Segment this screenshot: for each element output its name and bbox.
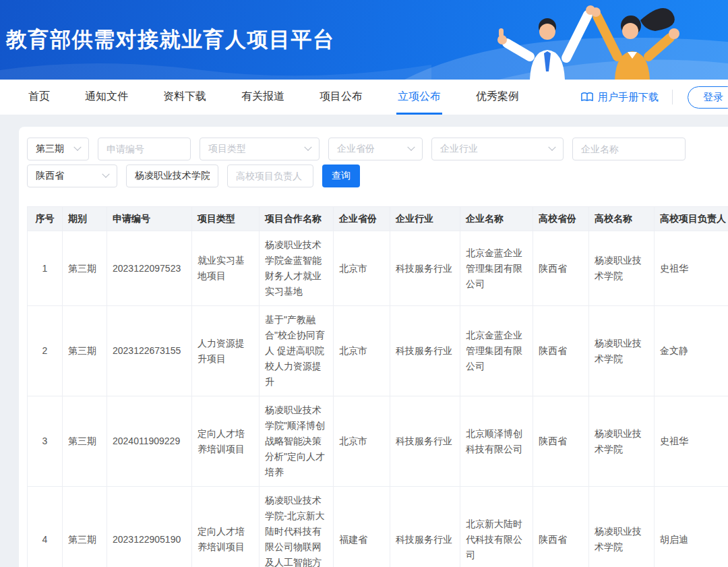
table-row: 2 第三期 2023122673155 人力资源提升项目 基于"产教融合"校企协… (28, 306, 728, 396)
cell-project-name: 杨凌职业技术学院-北京新大陆时代科技有限公司物联网及人工智能方向人才培养 (260, 487, 334, 567)
cell-project-name: 杨凌职业技术学院"顺泽博创战略智能决策分析"定向人才培养 (260, 396, 334, 487)
col-header-school-province: 高校省份 (533, 207, 589, 231)
cell-school-name: 杨凌职业技术学院 (589, 231, 655, 306)
page-background: 第三期 项目类型 企业省份 企业行业 陕西省 (0, 115, 728, 567)
divider (672, 90, 673, 105)
cell-company-industry: 科技服务行业 (390, 306, 460, 396)
chevron-down-icon (407, 144, 415, 151)
nav-items: 首页 通知文件 资料下载 有关报道 项目公布 立项公布 优秀案例 (27, 80, 520, 115)
login-button[interactable]: 登录 (688, 86, 728, 109)
cell-school-province: 陕西省 (533, 306, 589, 396)
cell-period: 第三期 (63, 306, 107, 396)
school-name-input[interactable] (126, 165, 218, 187)
col-header-project-type: 项目类型 (192, 207, 260, 231)
cell-period: 第三期 (63, 487, 107, 567)
cell-index: 2 (28, 306, 63, 396)
cell-project-type: 定向人才培养培训项目 (192, 487, 260, 567)
col-header-apply-no: 申请编号 (107, 207, 192, 231)
cell-company-industry: 科技服务行业 (390, 396, 460, 487)
period-select-value: 第三期 (36, 143, 64, 155)
cell-apply-no: 2023122673155 (107, 306, 192, 396)
cell-school-province: 陕西省 (533, 231, 589, 306)
search-button[interactable]: 查询 (322, 165, 360, 187)
cell-project-type: 定向人才培养培训项目 (192, 396, 260, 487)
company-industry-placeholder: 企业行业 (440, 143, 478, 155)
col-header-index: 序号 (28, 207, 63, 231)
cell-school-name: 杨凌职业技术学院 (589, 306, 655, 396)
table-header-row: 序号 期别 申请编号 项目类型 项目合作名称 企业省份 企业行业 企业名称 高校… (28, 207, 728, 231)
nav-right: 用户手册下载 登录 (581, 80, 728, 115)
cell-school-leader: 胡启迪 (655, 487, 728, 567)
nav-item-project-publish[interactable]: 项目公布 (318, 80, 364, 115)
cell-period: 第三期 (63, 396, 107, 487)
chevron-down-icon (304, 144, 311, 151)
col-header-project-name: 项目合作名称 (260, 207, 334, 231)
results-table: 序号 期别 申请编号 项目类型 项目合作名称 企业省份 企业行业 企业名称 高校… (27, 206, 728, 567)
page-title: 教育部供需对接就业育人项目平台 (6, 0, 335, 80)
cell-company-province: 北京市 (334, 231, 390, 306)
cell-company-province: 福建省 (334, 487, 390, 567)
hero-banner: 教育部供需对接就业育人项目平台 (0, 0, 728, 80)
cell-project-name: 杨凌职业技术学院金蓝智能财务人才就业实习基地 (260, 231, 334, 306)
filter-row-1: 第三期 项目类型 企业省份 企业行业 (27, 138, 728, 160)
cell-company-name: 北京金蓝企业管理集团有限公司 (460, 306, 533, 396)
cell-company-name: 北京顺泽博创科技有限公司 (460, 396, 533, 487)
cell-company-province: 北京市 (334, 306, 390, 396)
col-header-school-name: 高校名称 (589, 207, 655, 231)
nav-item-notices[interactable]: 通知文件 (84, 80, 129, 115)
cell-school-province: 陕西省 (533, 396, 589, 487)
cell-index: 3 (28, 396, 63, 487)
project-type-placeholder: 项目类型 (208, 143, 246, 155)
cell-school-name: 杨凌职业技术学院 (589, 487, 655, 567)
table-row: 1 第三期 2023122097523 就业实习基地项目 杨凌职业技术学院金蓝智… (28, 231, 728, 306)
user-manual-label: 用户手册下载 (598, 91, 659, 104)
cell-project-type: 就业实习基地项目 (192, 231, 260, 306)
cell-period: 第三期 (63, 231, 107, 306)
company-province-select[interactable]: 企业省份 (328, 138, 423, 160)
cell-school-province: 陕西省 (533, 487, 589, 567)
cell-company-name: 北京金蓝企业管理集团有限公司 (460, 231, 533, 306)
nav-item-home[interactable]: 首页 (27, 80, 51, 115)
school-province-select[interactable]: 陕西省 (27, 165, 117, 187)
col-header-school-leader: 高校项目负责人 (655, 207, 728, 231)
cell-project-type: 人力资源提升项目 (192, 306, 260, 396)
apply-no-input[interactable] (98, 138, 191, 160)
cell-company-industry: 科技服务行业 (390, 231, 460, 306)
cell-project-name: 基于"产教融合"校企协同育人 促进高职院校人力资源提升 (260, 306, 334, 396)
user-manual-download-link[interactable]: 用户手册下载 (581, 91, 659, 104)
chevron-down-icon (548, 144, 555, 151)
period-select[interactable]: 第三期 (27, 138, 89, 160)
cell-index: 1 (28, 231, 63, 306)
col-header-company-province: 企业省份 (334, 207, 390, 231)
cell-apply-no: 2024011909229 (107, 396, 192, 487)
cell-apply-no: 2023122097523 (107, 231, 192, 306)
school-leader-input[interactable] (227, 165, 313, 187)
nav-item-cases[interactable]: 优秀案例 (475, 80, 520, 115)
cell-school-leader: 史祖华 (655, 396, 728, 487)
main-nav: 首页 通知文件 资料下载 有关报道 项目公布 立项公布 优秀案例 用户手册下载 … (0, 80, 728, 115)
nav-item-reports[interactable]: 有关报道 (240, 80, 286, 115)
cell-school-leader: 史祖华 (655, 231, 728, 306)
company-name-input[interactable] (572, 138, 686, 160)
content-card: 第三期 项目类型 企业省份 企业行业 陕西省 (19, 127, 728, 567)
cell-company-name: 北京新大陆时代科技有限公司 (460, 487, 533, 567)
cell-index: 4 (28, 487, 63, 567)
company-province-placeholder: 企业省份 (337, 143, 375, 155)
cell-school-name: 杨凌职业技术学院 (589, 396, 655, 487)
cell-school-leader: 金文静 (655, 306, 728, 396)
filter-row-2: 陕西省 查询 (27, 165, 728, 187)
chevron-down-icon (102, 171, 109, 178)
col-header-company-name: 企业名称 (460, 207, 533, 231)
cell-company-province: 北京市 (334, 396, 390, 487)
col-header-company-industry: 企业行业 (390, 207, 460, 231)
project-type-select[interactable]: 项目类型 (200, 138, 320, 160)
cell-company-industry: 科技服务行业 (390, 487, 460, 567)
book-icon (581, 92, 593, 102)
nav-item-approval-publish[interactable]: 立项公布 (396, 80, 442, 115)
col-header-period: 期别 (63, 207, 107, 231)
company-industry-select[interactable]: 企业行业 (431, 138, 564, 160)
chevron-down-icon (73, 144, 81, 151)
school-province-value: 陕西省 (36, 170, 64, 182)
table-row: 3 第三期 2024011909229 定向人才培养培训项目 杨凌职业技术学院"… (28, 396, 728, 487)
nav-item-downloads[interactable]: 资料下载 (162, 80, 208, 115)
